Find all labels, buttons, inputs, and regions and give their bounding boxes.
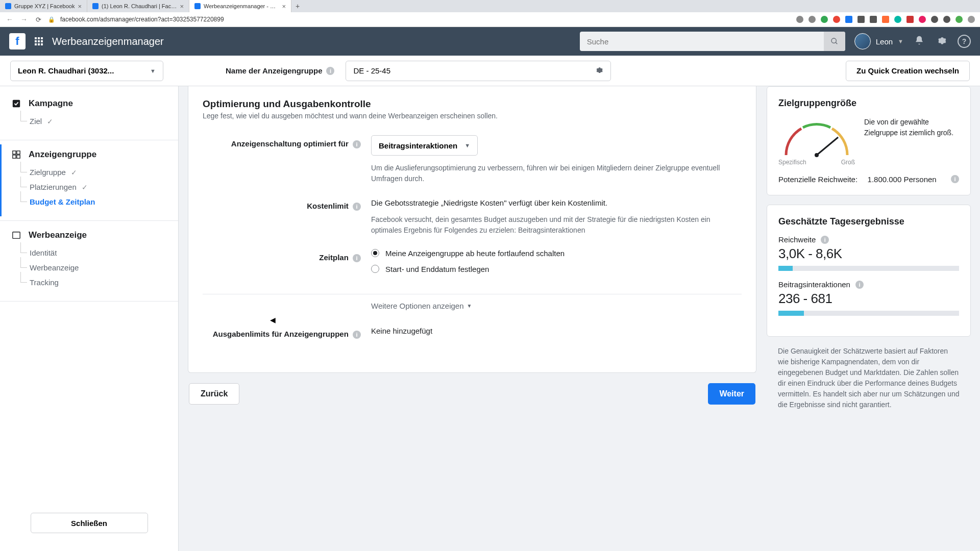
info-icon[interactable]: i <box>353 254 361 262</box>
audience-size-card: Zielgruppengröße <box>767 86 971 195</box>
form-card: Optimierung und Ausgabenkontrolle Lege f… <box>188 86 756 373</box>
sidebar-item-creative[interactable]: Werbeanzeige <box>30 260 167 275</box>
lock-icon: 🔒 <box>48 16 55 23</box>
potential-reach-value: 1.800.000 Personen <box>868 175 939 184</box>
divider <box>0 220 178 221</box>
browser-tab-active[interactable]: Werbeanzeigenmanager - Cre... × <box>189 0 291 12</box>
section-subtitle: Lege fest, wie viel du ausgeben möchtest… <box>203 112 742 120</box>
optimization-dropdown[interactable]: Beitragsinteraktionen ▼ <box>371 135 478 156</box>
ext-icon[interactable] <box>808 16 816 23</box>
close-icon[interactable]: × <box>78 3 82 10</box>
ext-icon[interactable] <box>796 16 803 23</box>
footer-buttons: Zurück Weiter <box>188 383 756 412</box>
ext-icon[interactable] <box>968 16 975 23</box>
ext-icon[interactable] <box>931 16 938 23</box>
user-menu[interactable]: Leon ▼ <box>854 33 903 49</box>
info-icon[interactable]: i <box>353 203 361 211</box>
ext-icon[interactable] <box>894 16 901 23</box>
content: Kampagne Ziel ✓ Anzeigengruppe Zielgrupp… <box>0 86 980 551</box>
ext-icon[interactable] <box>833 16 840 23</box>
schedule-option-dates[interactable]: Start- und Enddatum festlegen <box>371 265 742 273</box>
sidebar-header-campaign[interactable]: Kampagne <box>11 98 167 109</box>
info-icon[interactable]: i <box>326 67 334 75</box>
sidebar-ad-label: Werbeanzeige <box>29 230 87 240</box>
sidebar-campaign-label: Kampagne <box>29 98 73 109</box>
top-nav: f Werbeanzeigenmanager Leon ▼ ? <box>0 27 980 56</box>
row-spend-limit: Ausgabenlimits für Anzeigengruppen i Kei… <box>203 325 742 339</box>
sidebar-item-identity[interactable]: Identität <box>30 245 167 260</box>
info-icon[interactable]: i <box>353 140 361 148</box>
ext-icon[interactable] <box>955 16 963 23</box>
address-bar: ← → ⟳ 🔒 facebook.com/adsmanager/creation… <box>0 12 980 27</box>
sidebar-header-adset[interactable]: Anzeigengruppe <box>11 149 167 160</box>
tab-title: (1) Leon R. Chaudhari | Faceb... <box>102 3 177 9</box>
chevron-down-icon: ▼ <box>467 303 472 309</box>
schedule-option-continuous[interactable]: Meine Anzeigengruppe ab heute fortlaufen… <box>371 249 742 258</box>
campaign-icon <box>11 98 21 109</box>
ext-icon[interactable] <box>906 16 914 23</box>
sidebar-item-placements[interactable]: Platzierungen ✓ <box>30 180 167 194</box>
search-input[interactable] <box>580 37 824 46</box>
new-tab-button[interactable]: + <box>291 2 304 10</box>
svg-rect-5 <box>13 155 16 158</box>
ext-icon[interactable] <box>821 16 828 23</box>
back-icon[interactable]: ← <box>5 15 14 23</box>
account-dropdown[interactable]: Leon R. Chaudhari (3032... ▼ <box>10 61 163 81</box>
tab-title: Werbeanzeigenmanager - Cre... <box>204 3 279 9</box>
adset-name-input[interactable] <box>353 66 590 75</box>
sidebar-item-tracking[interactable]: Tracking <box>30 275 167 290</box>
browser-tab[interactable]: Gruppe XYZ | Facebook × <box>0 0 87 12</box>
reload-icon[interactable]: ⟳ <box>34 16 43 23</box>
close-icon[interactable]: × <box>282 3 286 10</box>
app-title: Werbeanzeigenmanager <box>52 36 571 47</box>
tab-title: Gruppe XYZ | Facebook <box>14 3 75 9</box>
info-icon[interactable]: i <box>951 175 959 183</box>
reach-est-value: 3,0K - 8,6K <box>778 246 959 262</box>
favicon-icon <box>92 3 99 9</box>
settings-icon[interactable] <box>935 35 948 47</box>
sidebar-item-goal[interactable]: Ziel ✓ <box>30 114 167 129</box>
url-field[interactable]: facebook.com/adsmanager/creation?act=303… <box>60 16 791 23</box>
ext-icon[interactable] <box>943 16 950 23</box>
browser-tab[interactable]: (1) Leon R. Chaudhari | Faceb... × <box>87 0 189 12</box>
user-name: Leon <box>876 37 893 46</box>
radio-label: Start- und Enddatum festlegen <box>385 265 489 273</box>
main-content: Optimierung und Ausgabenkontrolle Lege f… <box>179 86 980 551</box>
next-button-label: Weiter <box>719 389 744 398</box>
forward-icon[interactable]: → <box>19 15 29 23</box>
svg-point-9 <box>815 153 819 157</box>
browser-chrome: Gruppe XYZ | Facebook × (1) Leon R. Chau… <box>0 0 980 27</box>
sidebar-item-budget[interactable]: Budget & Zeitplan <box>30 194 167 209</box>
apps-menu-icon[interactable] <box>35 37 43 45</box>
sidebar-item-label: Werbeanzeige <box>30 263 79 272</box>
gear-icon[interactable] <box>595 66 603 76</box>
close-button[interactable]: Schließen <box>31 513 148 533</box>
quick-creation-button[interactable]: Zu Quick Creation wechseln <box>846 61 970 81</box>
ext-icon[interactable] <box>882 16 889 23</box>
potential-reach-label: Potenzielle Reichweite: <box>778 175 857 184</box>
sidebar-item-audience[interactable]: Zielgruppe ✓ <box>30 165 167 180</box>
ext-icon[interactable] <box>870 16 877 23</box>
info-icon[interactable]: i <box>821 236 829 244</box>
ext-icon[interactable] <box>845 16 852 23</box>
notifications-icon[interactable] <box>913 35 926 47</box>
next-button[interactable]: Weiter <box>708 383 755 405</box>
radio-icon <box>371 249 379 257</box>
avatar <box>854 33 871 49</box>
sidebar-header-ad[interactable]: Werbeanzeige <box>11 230 167 240</box>
info-icon[interactable]: i <box>855 281 864 289</box>
more-options-toggle[interactable]: Weitere Optionen anzeigen ▼ <box>371 302 472 310</box>
sub-header: Leon R. Chaudhari (3032... ▼ Name der An… <box>0 56 980 86</box>
ext-icon[interactable] <box>857 16 865 23</box>
back-button[interactable]: Zurück <box>189 383 239 405</box>
info-icon[interactable]: i <box>353 331 361 339</box>
facebook-logo-icon[interactable]: f <box>9 33 26 49</box>
adset-icon <box>11 149 21 160</box>
section-title: Optimierung und Ausgabenkontrolle <box>203 98 742 110</box>
help-icon[interactable]: ? <box>958 35 971 48</box>
search-button[interactable] <box>824 32 845 51</box>
close-icon[interactable]: × <box>180 3 184 10</box>
spend-limit-label: Ausgabenlimits für Anzeigengruppen i <box>203 325 361 339</box>
audience-size-title: Zielgruppengröße <box>778 98 959 109</box>
ext-icon[interactable] <box>919 16 926 23</box>
